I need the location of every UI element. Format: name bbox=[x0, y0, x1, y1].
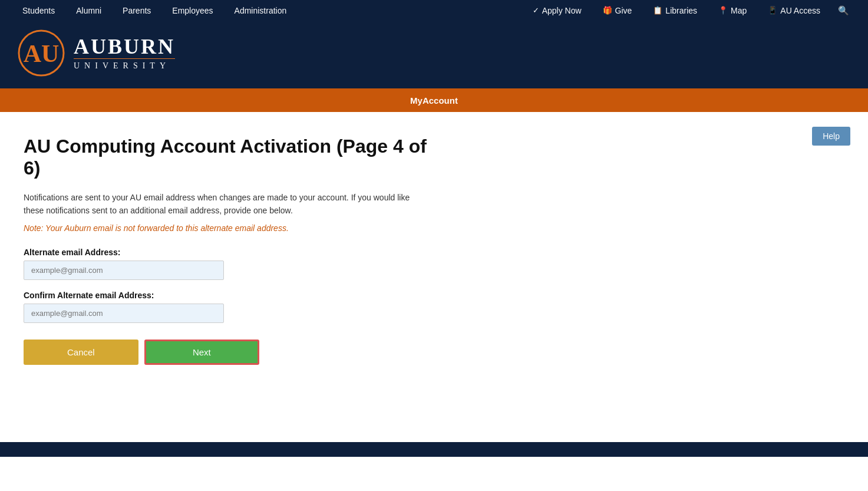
nav-students[interactable]: Students bbox=[12, 0, 65, 21]
nav-au-access[interactable]: 📱 AU Access bbox=[757, 0, 831, 21]
bottom-bar bbox=[0, 442, 868, 457]
nav-parents[interactable]: Parents bbox=[112, 0, 161, 21]
page-title: AU Computing Account Activation (Page 4 … bbox=[24, 136, 436, 179]
site-header: AU AUBURN UNIVERSITY bbox=[0, 21, 868, 88]
note-text: Note: Your Auburn email is not forwarded… bbox=[24, 223, 412, 233]
main-content: Help AU Computing Account Activation (Pa… bbox=[0, 112, 868, 442]
au-logo: AU bbox=[18, 29, 65, 77]
nav-employees[interactable]: Employees bbox=[161, 0, 223, 21]
nav-administration[interactable]: Administration bbox=[224, 0, 298, 21]
university-text: UNIVERSITY bbox=[74, 58, 175, 71]
buttons-row: Cancel Next bbox=[24, 340, 259, 365]
secondary-nav: ✓ Apply Now 🎁 Give 📋 Libraries 📍 Map 📱 A… bbox=[522, 0, 856, 21]
auburn-text: AUBURN bbox=[74, 36, 175, 57]
nav-apply-now[interactable]: ✓ Apply Now bbox=[522, 0, 592, 21]
myaccount-label: MyAccount bbox=[410, 95, 458, 106]
gift-icon: 🎁 bbox=[603, 6, 612, 15]
description-text: Notifications are sent to your AU email … bbox=[24, 191, 412, 218]
svg-text:AU: AU bbox=[24, 40, 60, 67]
top-nav: Students Alumni Parents Employees Admini… bbox=[0, 0, 868, 21]
help-button[interactable]: Help bbox=[812, 127, 850, 146]
book-icon: 📋 bbox=[653, 6, 662, 15]
nav-alumni[interactable]: Alumni bbox=[65, 0, 112, 21]
map-pin-icon: 📍 bbox=[718, 6, 728, 15]
logo-area: AU AUBURN UNIVERSITY bbox=[18, 29, 175, 77]
confirm-email-input[interactable] bbox=[24, 304, 224, 323]
myaccount-bar: MyAccount bbox=[0, 88, 868, 112]
primary-nav: Students Alumni Parents Employees Admini… bbox=[12, 0, 522, 21]
checkmark-icon: ✓ bbox=[533, 6, 539, 15]
alternate-email-input[interactable] bbox=[24, 261, 224, 280]
nav-libraries[interactable]: 📋 Libraries bbox=[642, 0, 708, 21]
cancel-button[interactable]: Cancel bbox=[24, 340, 138, 365]
next-button[interactable]: Next bbox=[144, 340, 259, 365]
confirm-email-label: Confirm Alternate email Address: bbox=[24, 291, 259, 300]
mobile-icon: 📱 bbox=[768, 6, 777, 15]
nav-give[interactable]: 🎁 Give bbox=[592, 0, 643, 21]
search-button[interactable]: 🔍 bbox=[831, 0, 856, 21]
university-name: AUBURN UNIVERSITY bbox=[74, 36, 175, 71]
form-section: Alternate email Address: Confirm Alterna… bbox=[24, 248, 259, 365]
alternate-email-label: Alternate email Address: bbox=[24, 248, 259, 257]
nav-map[interactable]: 📍 Map bbox=[708, 0, 757, 21]
